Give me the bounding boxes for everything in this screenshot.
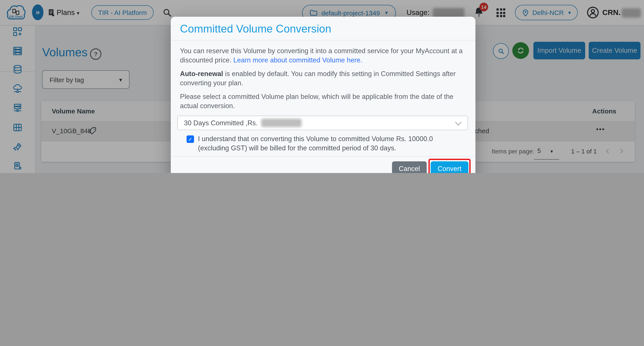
committed-volume-conversion-modal: Committed Volume Conversion You can rese…	[171, 17, 476, 173]
modal-paragraph-1: You can reserve this Volume by convertin…	[180, 47, 469, 65]
learn-more-link[interactable]: Learn more about committed Volume here.	[233, 56, 362, 64]
chevron-down-icon	[455, 119, 462, 125]
confirm-checkbox-label: I understand that on converting this Vol…	[198, 134, 458, 152]
plan-select[interactable]: 30 Days Committed ,Rs.	[177, 116, 468, 130]
modal-paragraph-2: Auto-renewal is enabled by default. You …	[180, 69, 469, 87]
modal-title: Committed Volume Conversion	[180, 23, 331, 35]
modal-footer-divider	[171, 156, 476, 156]
app-root: E2E Cloud » Plans ▾ TIR - AI Platform de…	[0, 0, 644, 173]
check-icon: ✓	[188, 136, 192, 142]
plan-price-redacted	[261, 119, 302, 127]
modal-header-divider	[171, 40, 476, 41]
convert-highlight-annotation	[428, 159, 470, 173]
confirm-checkbox[interactable]: ✓	[186, 135, 194, 143]
modal-paragraph-3: Please select a committed Volume plan be…	[180, 92, 469, 110]
cancel-button[interactable]: Cancel	[392, 161, 427, 173]
